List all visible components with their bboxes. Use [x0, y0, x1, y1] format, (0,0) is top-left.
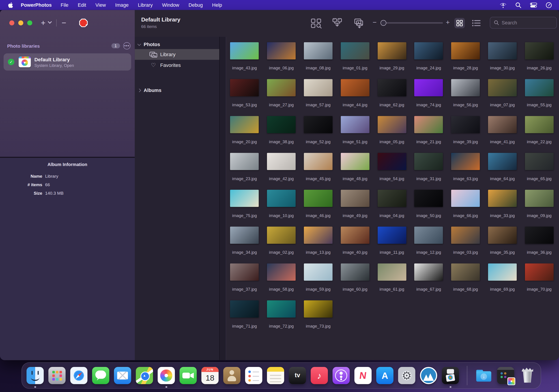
photo-thumbnail[interactable] — [414, 190, 443, 207]
photo-thumbnail[interactable] — [304, 264, 333, 281]
menu-item-library[interactable]: Library — [133, 2, 158, 8]
close-button[interactable] — [9, 20, 14, 25]
photo-item[interactable]: image_63.jpg — [447, 146, 484, 183]
dock-item-downloads[interactable]: ↓ — [475, 367, 493, 384]
control-center-icon[interactable] — [530, 2, 537, 8]
photo-thumbnail[interactable] — [230, 42, 259, 60]
photo-item[interactable]: image_59.jpg — [300, 257, 337, 294]
sidebar-item-library[interactable]: Library — [135, 49, 219, 60]
photo-item[interactable]: image_37.jpg — [226, 257, 263, 294]
list-view-button[interactable] — [472, 19, 480, 28]
photo-item[interactable]: image_33.jpg — [484, 183, 521, 220]
photo-thumbnail[interactable] — [230, 116, 259, 133]
menu-item-image[interactable]: Image — [110, 2, 133, 8]
zoom-in-button[interactable]: + — [446, 18, 450, 27]
photo-thumbnail[interactable] — [488, 79, 517, 97]
photo-thumbnail[interactable] — [525, 227, 554, 244]
photo-thumbnail[interactable] — [230, 264, 259, 281]
menu-item-window[interactable]: Window — [158, 2, 184, 8]
photo-item[interactable]: image_46.jpg — [300, 183, 337, 220]
photo-thumbnail[interactable] — [341, 190, 369, 207]
photo-thumbnail[interactable] — [378, 153, 406, 170]
photo-thumbnail[interactable] — [341, 116, 369, 133]
photo-item[interactable]: image_58.jpg — [263, 257, 300, 294]
photo-thumbnail[interactable] — [525, 190, 554, 207]
search-icon[interactable] — [515, 2, 521, 8]
photo-thumbnail[interactable] — [304, 79, 333, 97]
photo-item[interactable]: image_01.jpg — [337, 36, 373, 73]
photo-thumbnail[interactable] — [488, 227, 517, 244]
photo-item[interactable]: image_48.jpg — [337, 146, 373, 183]
photo-thumbnail[interactable] — [451, 227, 480, 244]
photo-thumbnail[interactable] — [230, 190, 259, 207]
dock-item-maps[interactable]: ▲ — [136, 367, 153, 384]
albums-section-header[interactable]: Albums — [135, 85, 219, 95]
photo-item[interactable]: image_40.jpg — [337, 220, 373, 257]
photo-thumbnail[interactable] — [267, 190, 296, 207]
photo-item[interactable]: image_75.jpg — [226, 183, 263, 220]
minimize-button[interactable] — [18, 20, 23, 25]
photo-item[interactable]: image_73.jpg — [300, 294, 337, 331]
photo-thumbnail[interactable] — [230, 79, 259, 97]
search-input[interactable] — [502, 20, 557, 26]
menu-item-edit[interactable]: Edit — [73, 2, 91, 8]
photo-item[interactable]: image_36.jpg — [521, 220, 558, 257]
slider-knob[interactable] — [381, 20, 386, 26]
photo-thumbnail[interactable] — [267, 227, 296, 244]
photo-item[interactable]: image_70.jpg — [521, 257, 558, 294]
wifi-warning-icon[interactable] — [499, 2, 507, 8]
photo-item[interactable]: image_56.jpg — [447, 73, 484, 110]
photo-thumbnail[interactable] — [304, 153, 333, 170]
photo-item[interactable]: image_52.jpg — [300, 110, 337, 147]
copy-photos-button[interactable] — [353, 18, 364, 29]
photo-thumbnail[interactable] — [304, 42, 333, 60]
photo-item[interactable]: image_24.jpg — [410, 36, 447, 73]
menu-item-debug[interactable]: Debug — [184, 2, 207, 8]
clock-icon[interactable] — [546, 2, 552, 8]
dock-item-calendar[interactable]: JUN18 — [201, 367, 219, 384]
dock-item-contacts[interactable] — [223, 367, 241, 384]
photo-thumbnail[interactable] — [451, 42, 480, 60]
photo-item[interactable]: image_67.jpg — [410, 257, 447, 294]
photo-item[interactable]: image_60.jpg — [337, 257, 373, 294]
photo-item[interactable]: image_05.jpg — [373, 110, 410, 147]
photo-thumbnail[interactable] — [267, 79, 296, 97]
photo-item[interactable]: image_09.jpg — [521, 183, 558, 220]
photo-item[interactable]: image_28.jpg — [447, 36, 484, 73]
photo-thumbnail[interactable] — [451, 190, 480, 207]
photo-item[interactable]: image_41.jpg — [484, 110, 521, 147]
photo-thumbnail[interactable] — [451, 264, 480, 281]
photo-item[interactable]: image_72.jpg — [263, 294, 300, 331]
photo-item[interactable]: image_42.jpg — [263, 146, 300, 183]
photo-thumbnail[interactable] — [304, 190, 333, 207]
photo-thumbnail[interactable] — [488, 264, 517, 281]
library-row-default[interactable]: ✓ Default Library System Library, Open — [4, 53, 131, 71]
photo-thumbnail[interactable] — [378, 116, 406, 133]
photo-thumbnail[interactable] — [230, 227, 259, 244]
photo-item[interactable]: image_21.jpg — [410, 110, 447, 147]
photo-item[interactable]: image_02.jpg — [263, 220, 300, 257]
photo-item[interactable]: image_39.jpg — [447, 110, 484, 147]
sidebar-item-favorites[interactable]: ♡ Favorites — [135, 60, 219, 71]
photos-section-header[interactable]: Photos — [135, 40, 219, 49]
photo-thumbnail[interactable] — [341, 264, 369, 281]
photo-item[interactable]: image_29.jpg — [373, 36, 410, 73]
photo-thumbnail[interactable] — [304, 116, 333, 133]
photo-thumbnail[interactable] — [267, 153, 296, 170]
photo-item[interactable]: image_69.jpg — [484, 257, 521, 294]
photo-thumbnail[interactable] — [525, 264, 554, 281]
photo-item[interactable]: image_10.jpg — [263, 183, 300, 220]
photo-item[interactable]: image_26.jpg — [521, 36, 558, 73]
menu-item-file[interactable]: File — [56, 2, 73, 8]
photo-thumbnail[interactable] — [525, 116, 554, 133]
photo-thumbnail[interactable] — [341, 42, 369, 60]
photo-thumbnail[interactable] — [488, 116, 517, 133]
menu-item-help[interactable]: Help — [207, 2, 227, 8]
photo-thumbnail[interactable] — [378, 264, 406, 281]
photo-thumbnail[interactable] — [304, 227, 333, 244]
photo-thumbnail[interactable] — [304, 300, 333, 318]
photo-item[interactable]: image_57.jpg — [300, 73, 337, 110]
photo-item[interactable]: image_03.jpg — [447, 220, 484, 257]
quit-photos-button[interactable] — [79, 18, 88, 27]
menu-app-name[interactable]: PowerPhotos — [17, 2, 56, 8]
